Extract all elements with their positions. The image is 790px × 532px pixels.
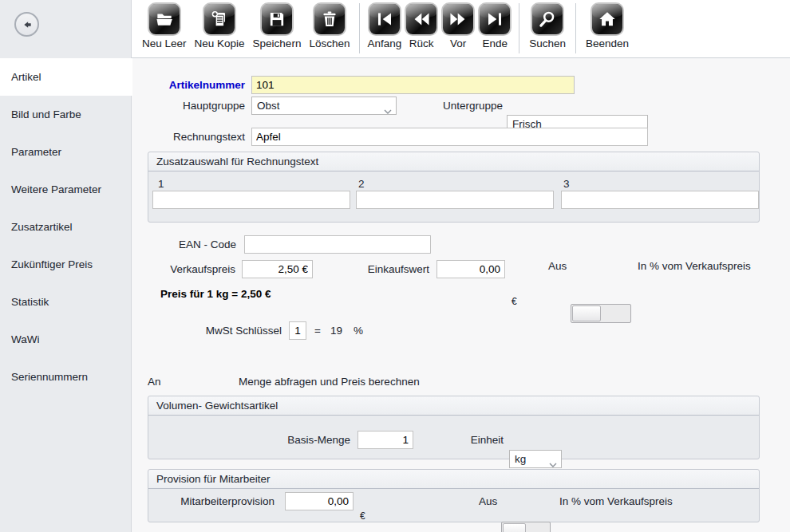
- hauptgruppe-label: Hauptgruppe: [132, 97, 245, 115]
- mitarbeiterprovision-input[interactable]: [285, 492, 354, 510]
- new-empty-folder-icon: [148, 2, 181, 36]
- sidebar-item-label: Bild und Farbe: [11, 108, 81, 120]
- toggle-knob: [503, 523, 526, 532]
- sidebar-item-label: Zukünftiger Preis: [11, 258, 93, 270]
- toolbar-button-label: Rück: [409, 37, 434, 49]
- toggle-knob: [572, 305, 601, 321]
- search-icon: [531, 2, 564, 36]
- zusatz-field3-input[interactable]: [561, 191, 759, 209]
- save-button[interactable]: Speichern: [253, 2, 302, 49]
- home-exit-icon: [591, 2, 624, 36]
- artikelnummer-input[interactable]: [251, 76, 575, 94]
- rechnungstext-label: Rechnungstext: [132, 128, 245, 146]
- exit-button[interactable]: Beenden: [586, 2, 629, 49]
- einkaufswert-label: Einkaufswert: [299, 260, 429, 278]
- delete-button[interactable]: Löschen: [309, 2, 350, 49]
- provision-aus-label: Aus: [479, 492, 497, 510]
- sidebar-item-label: WaWi: [11, 333, 40, 345]
- toolbar-separator: [359, 3, 360, 53]
- sidebar: Artikel Bild und Farbe Parameter Weitere…: [0, 0, 132, 532]
- verkaufspreis-label: Verkaufspreis: [132, 260, 235, 278]
- sidebar-item-label: Weitere Parameter: [11, 183, 101, 195]
- einkaufswert-input[interactable]: [436, 260, 505, 278]
- mitarbeiterprovision-label: Mitarbeiterprovision: [148, 492, 275, 510]
- volumen-section: Volumen- Gewichtsartikel Basis-Menge Ein…: [148, 396, 760, 459]
- back-arrow-icon: [21, 18, 34, 31]
- next-record-icon: [441, 2, 475, 36]
- sidebar-item-bild-und-farbe[interactable]: Bild und Farbe: [0, 96, 132, 133]
- toolbar-separator: [575, 3, 576, 53]
- provision-currency: €: [360, 510, 790, 522]
- an-toggle-label: An: [148, 372, 161, 391]
- sidebar-item-weitere-parameter[interactable]: Weitere Parameter: [0, 171, 132, 208]
- price-per-kg-info: Preis für 1 kg = 2,50 €: [160, 285, 271, 303]
- back-button[interactable]: [14, 12, 39, 37]
- zusatzauswahl-section: Zusatzauswahl für Rechnungstext 1 2 3: [148, 152, 760, 223]
- search-button[interactable]: Suchen: [529, 2, 566, 49]
- provision-percent-toggle[interactable]: [501, 522, 551, 532]
- menge-abfragen-text: Menge abfragen und Preis berechnen: [239, 372, 420, 391]
- zusatz-field1-input[interactable]: [152, 191, 350, 209]
- previous-record-button[interactable]: Rück: [405, 2, 438, 49]
- toolbar-button-label: Neu Leer: [142, 37, 187, 49]
- first-record-icon: [368, 2, 401, 36]
- chevron-down-icon: [549, 458, 557, 470]
- einheit-label: Einheit: [424, 431, 504, 449]
- sidebar-item-wawi[interactable]: WaWi: [0, 321, 132, 358]
- basis-menge-label: Basis-Menge: [228, 431, 350, 449]
- ean-input[interactable]: [244, 235, 431, 254]
- mwst-label: MwSt Schlüssel: [132, 321, 282, 340]
- mwst-key-input[interactable]: [289, 321, 306, 340]
- provision-percent-text: In % vom Verkaufspreis: [559, 492, 673, 510]
- rechnungstext-input[interactable]: [251, 128, 648, 146]
- aus-toggle-label: Aus: [548, 257, 567, 275]
- toolbar-button-label: Anfang: [367, 37, 401, 49]
- sidebar-item-statistik[interactable]: Statistik: [0, 283, 132, 321]
- ean-label: EAN - Code: [132, 235, 236, 254]
- basis-menge-input[interactable]: [357, 431, 413, 449]
- toolbar-button-label: Neu Kopie: [195, 37, 245, 49]
- volumen-section-title: Volumen- Gewichtsartikel: [148, 396, 759, 416]
- mwst-equals: =: [314, 321, 321, 340]
- toolbar-button-label: Vor: [450, 37, 466, 49]
- einheit-value: kg: [515, 453, 526, 465]
- new-copy-button[interactable]: Neu Kopie: [195, 2, 245, 49]
- einkauf-percent-toggle[interactable]: [571, 304, 631, 323]
- untergruppe-label: Untergruppe: [371, 97, 503, 115]
- zusatzauswahl-section-title: Zusatzauswahl für Rechnungstext: [148, 152, 759, 171]
- first-record-button[interactable]: Anfang: [367, 2, 401, 49]
- sidebar-item-label: Artikel: [11, 71, 41, 83]
- mwst-percent-sign: %: [354, 321, 363, 340]
- toolbar-button-label: Löschen: [309, 37, 350, 49]
- toolbar: Neu Leer Neu Kopie Speichern Löschen: [132, 0, 790, 58]
- sidebar-item-label: Zusatzartikel: [11, 221, 73, 233]
- sidebar-item-zukuenftiger-preis[interactable]: Zukünftiger Preis: [0, 246, 132, 283]
- last-record-button[interactable]: Ende: [478, 2, 512, 49]
- toolbar-button-label: Suchen: [529, 37, 566, 49]
- next-record-button[interactable]: Vor: [441, 2, 475, 49]
- previous-record-icon: [405, 2, 438, 36]
- hauptgruppe-value: Obst: [257, 100, 280, 112]
- sidebar-item-parameter[interactable]: Parameter: [0, 133, 132, 171]
- sidebar-nav: Artikel Bild und Farbe Parameter Weitere…: [0, 58, 132, 396]
- artikelnummer-label: Artikelnummer: [132, 76, 245, 94]
- sidebar-item-zusatzartikel[interactable]: Zusatzartikel: [0, 208, 132, 246]
- sidebar-item-label: Statistik: [11, 296, 49, 308]
- zusatz-field2-input[interactable]: [356, 191, 554, 209]
- app-window: Artikel Bild und Farbe Parameter Weitere…: [0, 0, 790, 532]
- sidebar-item-label: Seriennummern: [11, 371, 88, 383]
- toolbar-separator: [519, 3, 519, 53]
- sidebar-item-artikel[interactable]: Artikel: [0, 58, 132, 96]
- provision-section: Provision für Mitarbeiter Mitarbeiterpro…: [148, 469, 760, 522]
- new-empty-button[interactable]: Neu Leer: [142, 2, 187, 49]
- einkaufswert-currency: €: [512, 296, 790, 307]
- new-copy-icon: [203, 2, 236, 36]
- einkauf-percent-text: In % vom Verkaufspreis: [638, 257, 751, 275]
- einheit-select[interactable]: kg: [509, 450, 562, 468]
- toolbar-button-label: Speichern: [253, 37, 302, 49]
- mwst-rate: 19: [330, 321, 342, 340]
- last-record-icon: [478, 2, 512, 36]
- sidebar-item-seriennummern[interactable]: Seriennummern: [0, 358, 132, 396]
- delete-trash-icon: [313, 2, 346, 36]
- provision-section-title: Provision für Mitarbeiter: [148, 470, 759, 489]
